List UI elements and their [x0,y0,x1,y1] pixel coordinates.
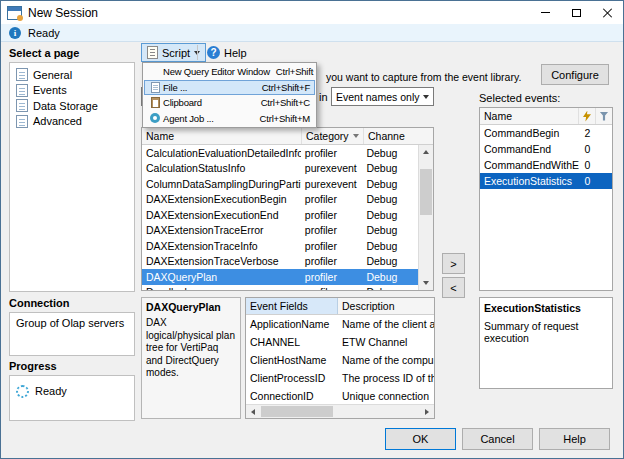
arrow-right-icon [425,409,429,415]
sidebar-item-label: Data Storage [33,100,98,112]
scroll-left-button[interactable] [246,405,260,418]
page-icon [16,115,28,128]
event-category-cell: profiler [301,269,363,285]
sidebar-item-advanced[interactable]: Advanced [10,114,134,130]
search-scope-combo[interactable]: Event names only [331,87,434,106]
field-row[interactable]: ClientProcessID The process ID of th [246,369,434,387]
column-header-category[interactable]: Category [302,128,364,144]
selected-event-row[interactable]: CommandEnd 0 [480,141,612,157]
field-row[interactable]: CHANNEL ETW Channel [246,333,434,351]
field-name-cell: ClientProcessID [246,369,338,387]
progress-status: Ready [35,385,67,397]
table-row[interactable]: ColumnDataSamplingDuringPartitionProcess… [142,176,418,192]
event-fields-table: Event Fields Description ApplicationName… [245,297,435,419]
menu-item-clipboard[interactable]: Clipboard Ctrl+Shift+C [144,95,315,111]
field-row[interactable]: ClientHostName Name of the compu [246,351,434,369]
table-row[interactable]: CalculationEvaluationDetailedInformation… [142,145,418,161]
menu-item-file[interactable]: File ... Ctrl+Shift+F [144,80,315,96]
column-header-lightning[interactable] [579,108,596,124]
minimize-icon [541,12,550,13]
scrollbar-thumb[interactable] [261,406,333,417]
new-session-window: New Session i Ready Select a page Genera… [0,0,624,459]
configure-button[interactable]: Configure [541,64,609,85]
event-library-header: Name Category Channe [142,128,433,145]
event-name-cell: DAXQueryPlan [142,269,301,285]
menu-item-new-query-editor-window[interactable]: New Query Editor Window Ctrl+Shift+N [144,64,315,80]
selected-event-row[interactable]: CommandEndWithError 0 [480,157,612,173]
column-header-channel[interactable]: Channe [364,128,420,144]
selected-event-name-cell: CommandEnd [480,141,579,157]
instruction-text: you want to capture from the event libra… [326,71,521,83]
title-bar[interactable]: New Session [1,1,623,24]
help-button[interactable]: Help [539,428,610,450]
event-name-cell: DAXExtensionTraceError [142,223,301,239]
menu-item-label: Agent Job ... [163,113,214,124]
column-header-filter[interactable] [596,108,612,124]
scroll-up-button[interactable] [419,145,433,159]
field-name-cell: ApplicationName [246,315,338,333]
selected-event-detail-title: ExecutionStatistics [480,298,612,316]
table-row[interactable]: DAXExtensionTraceVerbose profiler Debug [142,254,418,270]
menu-item-agent-job[interactable]: Agent Job ... Ctrl+Shift+M [144,111,315,127]
arrow-down-icon [423,281,429,285]
column-header-name[interactable]: Name [480,108,579,124]
table-row[interactable]: DAXExtensionExecutionBegin profiler Debu… [142,192,418,208]
maximize-button[interactable] [561,1,592,24]
close-button[interactable] [592,1,623,24]
script-icon [147,46,158,59]
field-desc-cell: Name of the client a [338,315,434,333]
event-description-title: DAXQueryPlan [142,298,240,316]
selected-event-count-cell: 2 [579,125,596,141]
column-header-description[interactable]: Description [338,298,434,314]
toolbar-separator [197,45,198,60]
table-row[interactable]: DAXExtensionTraceInfo profiler Debug [142,238,418,254]
ok-button[interactable]: OK [385,428,456,450]
scrollbar-thumb[interactable] [420,169,432,215]
column-header-name[interactable]: Name [142,128,302,144]
selected-event-filter-cell [596,157,612,173]
arrow-up-icon [423,150,429,154]
event-name-cell: DAXExtensionExecutionEnd [142,207,301,223]
move-left-button[interactable]: < [442,277,465,298]
search-scope-value: Event names only [336,91,419,103]
selected-event-row-selected[interactable]: ExecutionStatistics 0 [480,173,612,189]
event-name-cell: DAXExtensionTraceVerbose [142,254,301,270]
minimize-button[interactable] [530,1,561,24]
scroll-down-button[interactable] [419,276,433,290]
vertical-scrollbar [418,145,433,290]
arrow-left-icon [251,409,255,415]
event-name-cell: DAXExtensionExecutionBegin [142,192,301,208]
event-description-panel: DAXQueryPlan DAX logical/physical plan t… [141,297,241,419]
table-row[interactable]: DAXExtensionExecutionEnd profiler Debug [142,207,418,223]
scroll-right-button[interactable] [420,405,434,418]
move-right-button[interactable]: > [442,253,465,274]
filter-icon [600,112,609,121]
selected-event-detail-body: Summary of request execution [480,316,612,348]
event-name-cell: CalculationStatusInfo [142,161,301,177]
table-row-partial[interactable]: Deadlock profiler Debug [142,285,418,291]
help-toolbar-button[interactable]: ? Help [202,43,252,62]
event-channel-cell: Debug [362,145,418,161]
cancel-button[interactable]: Cancel [462,428,533,450]
field-row[interactable]: ConnectionID Unique connection [246,387,434,405]
table-row[interactable]: DAXExtensionTraceError profiler Debug [142,223,418,239]
event-library-rows: CalculationEvaluationDetailedInformation… [142,145,418,290]
connection-header: Connection [9,297,70,309]
search-in-label: in [319,91,328,103]
selected-events-label: Selected events: [479,92,560,104]
selected-event-row[interactable]: CommandBegin 2 [480,125,612,141]
selected-event-count-cell: 0 [579,173,596,189]
table-row[interactable]: CalculationStatusInfo purexevent Debug [142,161,418,177]
file-icon [151,82,160,93]
column-header-label: Category [306,130,349,142]
selected-event-count-cell: 0 [579,141,596,157]
sidebar-item-data-storage[interactable]: Data Storage [10,98,134,114]
selected-event-filter-cell [596,141,612,157]
field-row[interactable]: ApplicationName Name of the client a [246,315,434,333]
table-row-selected[interactable]: DAXQueryPlan profiler Debug [142,269,418,285]
connection-panel: Group of Olap servers [9,312,135,356]
sidebar-item-events[interactable]: Events [10,83,134,99]
sidebar-item-general[interactable]: General [10,67,134,83]
column-header-event-fields[interactable]: Event Fields [246,298,338,314]
event-channel-cell: Debug [362,223,418,239]
